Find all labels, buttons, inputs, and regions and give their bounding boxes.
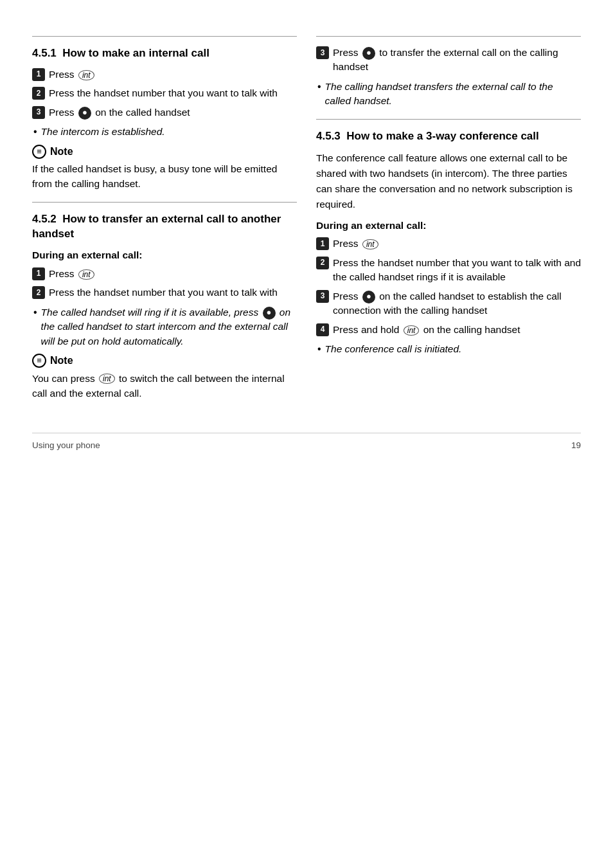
section-453-body: The conference call feature allows one e… — [316, 150, 581, 212]
green-btn-451-3: ● — [78, 107, 91, 120]
bullet-451: • The intercom is established. — [33, 125, 297, 139]
bullet-dot-453: • — [317, 342, 321, 356]
step-451-1-text: Press int — [49, 68, 96, 82]
step-452-3: 3 Press ● to transfer the external call … — [316, 46, 581, 75]
note-452: ≡ Note You can press int to switch the c… — [32, 354, 297, 401]
step-451-1: 1 Press int — [32, 68, 297, 82]
note-452-label: Note — [50, 354, 73, 368]
note-451: ≡ Note If the called handset is busy, a … — [32, 145, 297, 192]
section-452-number: 4.5.2 — [32, 213, 57, 225]
bullet-453-text: The conference call is initiated. — [325, 342, 462, 356]
during-label-452: During an external call: — [32, 248, 297, 262]
section-453-title: 4.5.3 How to make a 3-way conference cal… — [316, 129, 581, 144]
section-452-steps: 1 Press int 2 Press the handset number t… — [32, 267, 297, 300]
step-453-1: 1 Press int — [316, 237, 581, 251]
int-badge-453-1: int — [362, 239, 378, 249]
bullet-451-text: The intercom is established. — [41, 125, 165, 139]
section-451-steps: 1 Press int 2 Press the handset number t… — [32, 68, 297, 120]
footer-right: 19 — [571, 440, 581, 452]
step-451-3: 3 Press ● on the called handset — [32, 105, 297, 120]
left-column: 4.5.1 How to make an internal call 1 Pre… — [32, 26, 297, 407]
step-451-3-text: Press ● on the called handset — [49, 105, 190, 120]
step-453-4-text: Press and hold int on the calling handse… — [333, 323, 520, 337]
green-btn-bullet-452: ● — [263, 307, 276, 320]
footer: Using your phone 19 — [32, 433, 581, 452]
page-layout: 4.5.1 How to make an internal call 1 Pre… — [32, 26, 581, 407]
step-num-452-3: 3 — [316, 46, 329, 59]
bullet-dot-451: • — [33, 125, 37, 139]
step-453-1-text: Press int — [333, 237, 380, 251]
note-icon-451: ≡ — [32, 145, 46, 159]
section-452-cont-steps: 3 Press ● to transfer the external call … — [316, 46, 581, 75]
section-453-number: 4.5.3 — [316, 130, 341, 142]
step-453-4: 4 Press and hold int on the calling hand… — [316, 323, 581, 337]
bullet-dot-452-cont: • — [317, 80, 321, 94]
step-num-453-1: 1 — [316, 237, 329, 250]
bullet-453: • The conference call is initiated. — [317, 342, 581, 356]
step-452-1-text: Press int — [49, 267, 96, 281]
int-badge-453-4: int — [404, 325, 420, 336]
bullet-452-cont-text: The calling handset transfers the extern… — [325, 80, 581, 109]
step-453-2: 2 Press the handset number that you want… — [316, 256, 581, 285]
bullet-dot-452: • — [33, 305, 37, 320]
bullet-452-cont: • The calling handset transfers the exte… — [317, 80, 581, 109]
right-column: 3 Press ● to transfer the external call … — [316, 26, 581, 407]
top-divider-left — [32, 36, 297, 37]
step-453-2-text: Press the handset number that you want t… — [333, 256, 581, 285]
int-badge-452-1: int — [78, 269, 94, 280]
step-452-2: 2 Press the handset number that you want… — [32, 285, 297, 300]
section-453-heading: How to make a 3-way conference call — [346, 130, 539, 142]
step-num-2: 2 — [32, 87, 45, 100]
step-num-453-2: 2 — [316, 257, 329, 269]
step-451-2: 2 Press the handset number that you want… — [32, 86, 297, 100]
bullet-452-text: The called handset will ring if it is av… — [41, 305, 297, 348]
divider-452 — [32, 202, 297, 203]
section-452-heading: How to transfer an external call to anot… — [32, 213, 281, 240]
during-label-453: During an external call: — [316, 219, 581, 233]
step-num-452-1: 1 — [32, 267, 45, 280]
divider-453 — [316, 119, 581, 120]
note-icon-452: ≡ — [32, 354, 46, 368]
note-451-body: If the called handset is busy, a busy to… — [32, 161, 297, 192]
note-452-header: ≡ Note — [32, 354, 297, 368]
section-453-steps: 1 Press int 2 Press the handset number t… — [316, 237, 581, 337]
bullet-452: • The called handset will ring if it is … — [33, 305, 297, 348]
footer-left: Using your phone — [32, 440, 100, 452]
section-451-heading: How to make an internal call — [62, 47, 209, 59]
step-num-3: 3 — [32, 106, 45, 119]
note-451-label: Note — [50, 145, 73, 159]
int-badge-note-452: int — [99, 374, 115, 384]
top-divider-right — [316, 36, 581, 37]
step-num-1: 1 — [32, 68, 45, 81]
step-num-452-2: 2 — [32, 286, 45, 299]
step-num-453-4: 4 — [316, 323, 329, 336]
step-452-3-text: Press ● to transfer the external call on… — [333, 46, 581, 75]
green-btn-453-3: ● — [362, 291, 375, 303]
section-451-title: 4.5.1 How to make an internal call — [32, 46, 297, 61]
step-452-1: 1 Press int — [32, 267, 297, 281]
step-num-453-3: 3 — [316, 290, 329, 303]
int-badge-1: int — [78, 70, 94, 80]
note-452-body: You can press int to switch the call bet… — [32, 371, 297, 401]
step-453-3-text: Press ● on the called handset to establi… — [333, 289, 581, 318]
section-452-title: 4.5.2 How to transfer an external call t… — [32, 212, 297, 242]
section-451-number: 4.5.1 — [32, 47, 57, 59]
step-452-2-text: Press the handset number that you want t… — [49, 285, 278, 300]
green-btn-452-3: ● — [362, 47, 375, 60]
step-453-3: 3 Press ● on the called handset to estab… — [316, 289, 581, 318]
step-451-2-text: Press the handset number that you want t… — [49, 86, 278, 100]
note-451-header: ≡ Note — [32, 145, 297, 159]
